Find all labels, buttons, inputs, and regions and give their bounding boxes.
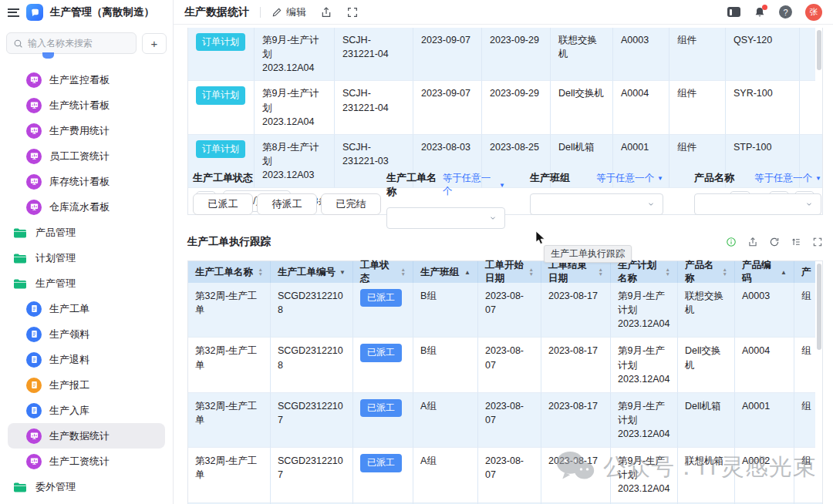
sidebar-item-production-inbound[interactable]: 生产入库 [0,398,173,423]
status-filter-finished[interactable]: 已完结 [321,193,381,215]
help-icon[interactable]: ? [779,5,792,18]
sidebar-item-production-cost-stats[interactable]: 生产费用统计 [0,118,173,143]
product-name-select[interactable] [694,193,821,215]
chevron-down-icon [804,200,814,209]
sidebar-item-production-material-return[interactable]: 生产退料 [0,347,173,372]
tooltip: 生产工单执行跟踪 [544,245,632,263]
team-filter: 生产班组 等于任意一个▼ [530,171,663,215]
column-header[interactable]: 产品编码▲ [735,261,794,283]
sidebar-item-production-workorder[interactable]: 生产工单 [0,296,173,321]
mouse-cursor-icon [535,230,546,246]
column-header[interactable]: 工单开始日期▲▼ [478,261,541,283]
edit-button[interactable]: 编辑 [271,5,306,19]
sidebar-item-employee-wage-stats[interactable]: 员工工资统计 [0,143,173,169]
plan-type-badge: 订单计划 [196,33,245,51]
team-select[interactable] [530,193,663,215]
pencil-icon [271,7,282,18]
dashboard-icon [26,72,42,88]
scrollbar-thumb[interactable] [817,264,821,350]
column-header[interactable]: 生产班组▲ [413,261,478,283]
status-badge: 已派工 [360,454,402,472]
dashboard-icon [26,174,42,190]
workorder-name-select[interactable] [386,207,505,229]
folder-icon [12,252,28,264]
app-title: 生产管理（离散制造） [50,5,154,19]
fullscreen-icon[interactable] [346,6,359,18]
product-name-filter: 产品名称 等于任意一个▼ [694,171,821,215]
dashboard-icon [26,149,42,164]
sidebar-item-production-material-pick[interactable]: 生产领料 [0,321,173,347]
sidebar-item-production-monitor-board[interactable]: 生产监控看板 [0,67,173,92]
refresh-icon[interactable] [769,237,780,247]
section-title: 生产工单执行跟踪 [187,235,271,249]
share-icon[interactable] [320,6,332,18]
status-filter-pending[interactable]: 待派工 [257,193,317,215]
operator-link[interactable]: 等于任意一个▼ [443,172,505,198]
sidebar-item-outsourcing-management[interactable]: 委外管理 [0,474,173,499]
table-row[interactable]: 订单计划 第9月-生产计划 2023.12A04 SCJH-231221-04 … [188,28,822,81]
fullscreen-icon[interactable] [812,237,823,247]
topbar: 生产数据统计 编辑 ? 张 [174,0,833,25]
column-header[interactable]: 生产计划名称▲▼ [611,261,678,283]
table-row[interactable]: 第32周-生产工单 SCGD23122108 已派工 B组 2023-08-07… [188,338,822,392]
divider [260,7,261,18]
status-badge: 已派工 [360,344,402,361]
column-header[interactable]: 工单结束日期▲▼ [541,261,611,283]
column-header[interactable]: 产品名称▲▼ [678,261,735,283]
sidebar-item-production-management[interactable]: 生产管理 [0,270,173,296]
sidebar-item-product-management[interactable]: 产品管理 [0,220,173,245]
dashboard-icon [26,98,42,113]
hamburger-menu-icon[interactable] [8,8,19,17]
folder-icon [12,481,28,493]
sidebar: 生产管理（离散制造） + 生产监控看板 生产统计看板 生产费用统计 员工工资统计… [0,0,174,504]
sidebar-item-inventory-stats-board[interactable]: 库存统计看板 [0,169,173,194]
search-icon [13,39,23,49]
dashboard-icon [26,200,42,215]
sidebar-item-warehouse-flow-board[interactable]: 仓库流水看板 [0,194,173,220]
folder-icon [12,227,28,239]
sidebar-item-production-data-stats[interactable]: 生产数据统计 [8,423,165,449]
search-box[interactable] [6,32,137,54]
sidebar-item-production-report-work[interactable]: 生产报工 [0,372,173,398]
vertical-scrollbar[interactable] [815,261,822,477]
table-header-row: 生产工单名称▲▼ 生产工单编号▼ 工单状态▲▼ 生产班组▲ 工单开始日期▲▼ 工… [188,261,822,283]
sidebar-item-production-wage-stats[interactable]: 生产工资统计 [0,449,173,474]
add-button[interactable]: + [142,33,167,54]
vertical-scrollbar[interactable] [815,28,822,131]
dashboard-icon [26,454,42,469]
table-row[interactable]: 订单计划 第9月-生产计划 2023.12A04 SCJH-231221-04 … [188,81,822,134]
sidebar-item-admin-backend[interactable]: 管理后台 [0,499,173,504]
document-icon [26,352,42,368]
column-header[interactable]: 生产工单名称▲▼ [188,261,271,283]
status-filter-dispatched[interactable]: 已派工 [193,193,253,215]
column-header[interactable]: 工单状态▲▼ [353,261,413,283]
operator-link[interactable]: 等于任意一个▼ [754,172,821,185]
row-height-icon[interactable] [791,237,801,247]
notification-bell-icon[interactable] [754,6,766,18]
scrollbar-thumb[interactable] [817,30,821,70]
table-row[interactable]: 第32周-生产工单 SCGD23122108 已派工 B组 2023-08-07… [188,283,822,338]
table-row[interactable]: 第32周-生产工单 SCGD23122107 已派工 A组 2023-08-07… [188,448,822,502]
export-icon[interactable] [747,237,758,247]
column-header[interactable]: 生产工单编号▼ [271,261,353,283]
sidebar-item-production-stats-board[interactable]: 生产统计看板 [0,92,173,118]
sidebar-toggle-icon[interactable] [727,7,740,17]
chevron-down-icon [488,213,497,223]
operator-link[interactable]: 等于任意一个▼ [596,172,663,185]
table-row[interactable]: 第32周-生产工单 SCGD23122107 已派工 A组 2023-08-07… [188,393,822,448]
avatar[interactable]: 张 [805,4,822,21]
folder-icon [12,277,28,290]
info-icon[interactable] [726,237,737,247]
dashboard-icon [26,123,42,139]
dashboard-icon [26,428,42,444]
caret-down-icon: ▼ [499,182,505,189]
report-icon [26,378,42,393]
app-root: 生产管理（离散制造） + 生产监控看板 生产统计看板 生产费用统计 员工工资统计… [0,0,833,504]
chevron-down-icon [646,200,656,209]
tracking-table-card: 生产工单名称▲▼ 生产工单编号▼ 工单状态▲▼ 生产班组▲ 工单开始日期▲▼ 工… [187,260,823,504]
document-icon [26,301,42,317]
sidebar-item-plan-management[interactable]: 计划管理 [0,245,173,270]
caret-down-icon: ▼ [657,175,663,182]
search-input[interactable] [28,38,130,49]
caret-down-icon: ▼ [815,175,821,182]
